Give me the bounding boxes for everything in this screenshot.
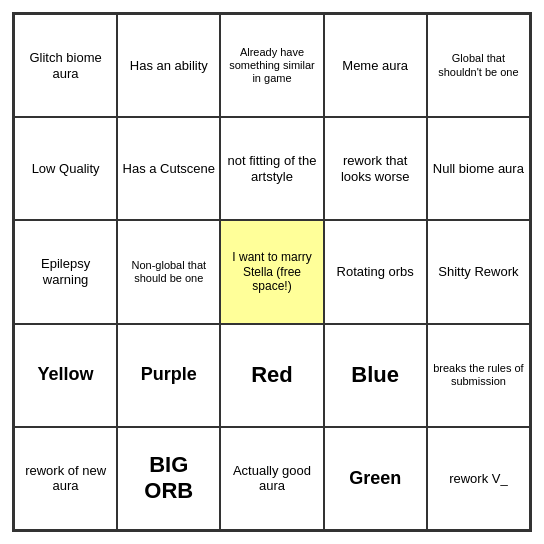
bingo-cell-r1c1: Has a Cutscene <box>117 117 220 220</box>
bingo-cell-r1c2: not fitting of the artstyle <box>220 117 323 220</box>
bingo-cell-r0c2: Already have something similar in game <box>220 14 323 117</box>
bingo-cell-r1c0: Low Quality <box>14 117 117 220</box>
bingo-cell-r2c3: Rotating orbs <box>324 220 427 323</box>
bingo-cell-r3c0: Yellow <box>14 324 117 427</box>
bingo-cell-r0c3: Meme aura <box>324 14 427 117</box>
bingo-cell-r3c4: breaks the rules of submission <box>427 324 530 427</box>
bingo-cell-r0c0: Glitch biome aura <box>14 14 117 117</box>
bingo-cell-r3c1: Purple <box>117 324 220 427</box>
bingo-cell-r3c3: Blue <box>324 324 427 427</box>
bingo-cell-r0c4: Global that shouldn't be one <box>427 14 530 117</box>
bingo-cell-r0c1: Has an ability <box>117 14 220 117</box>
bingo-cell-r1c3: rework that looks worse <box>324 117 427 220</box>
bingo-grid: Glitch biome auraHas an abilityAlready h… <box>12 12 532 532</box>
bingo-container: Glitch biome auraHas an abilityAlready h… <box>12 12 532 532</box>
bingo-cell-r1c4: Null biome aura <box>427 117 530 220</box>
bingo-cell-r4c3: Green <box>324 427 427 530</box>
bingo-cell-r2c2: I want to marry Stella (free space!) <box>220 220 323 323</box>
bingo-cell-r4c1: BIG ORB <box>117 427 220 530</box>
bingo-cell-r2c1: Non-global that should be one <box>117 220 220 323</box>
bingo-cell-r4c0: rework of new aura <box>14 427 117 530</box>
bingo-cell-r4c4: rework V_ <box>427 427 530 530</box>
bingo-cell-r2c4: Shitty Rework <box>427 220 530 323</box>
bingo-cell-r4c2: Actually good aura <box>220 427 323 530</box>
bingo-cell-r3c2: Red <box>220 324 323 427</box>
bingo-cell-r2c0: Epilepsy warning <box>14 220 117 323</box>
